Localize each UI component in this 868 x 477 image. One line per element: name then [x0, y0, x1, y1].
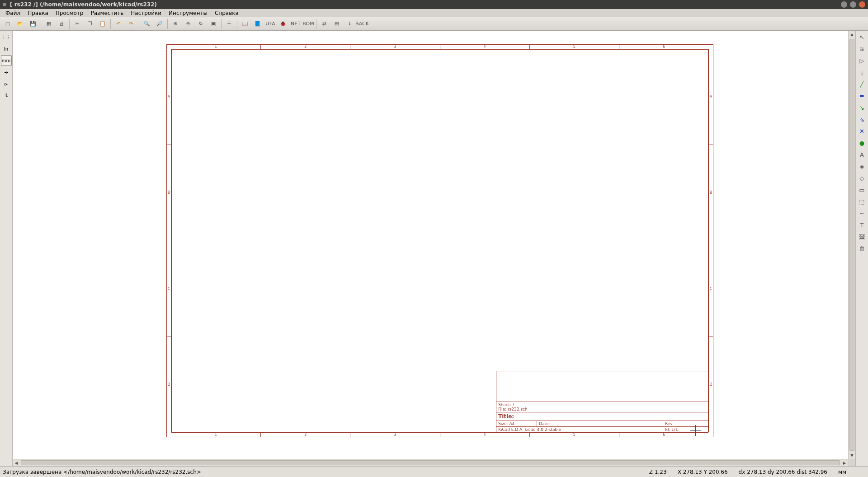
place-hier-sheet-icon[interactable]: ▭: [857, 184, 868, 195]
place-junction-icon[interactable]: ●: [857, 137, 868, 148]
place-component-icon[interactable]: ▷: [857, 55, 868, 66]
status-bar: Загрузка завершена </home/maisvendoo/wor…: [0, 466, 868, 477]
scroll-down-icon[interactable]: ▼: [849, 452, 855, 459]
place-image-icon[interactable]: 🖼: [857, 231, 868, 242]
scrollbar-thumb[interactable]: [21, 460, 840, 465]
import-hier-label-icon[interactable]: ⬚: [857, 196, 868, 207]
tb-size-value: A4: [509, 421, 514, 426]
ruler-mark: D: [167, 337, 171, 432]
window-title: [ rs232 /] (/home/maisvendoo/work/kicad/…: [10, 1, 157, 8]
place-noconnect-icon[interactable]: ✕: [857, 126, 868, 136]
menu-bar: Файл Правка Просмотр Разместить Настройк…: [0, 9, 868, 17]
menu-help[interactable]: Справка: [211, 10, 242, 16]
tb-sheet-value: /: [513, 402, 514, 407]
place-power-icon[interactable]: ⏚: [857, 67, 868, 78]
ruler-mark: A: [167, 49, 171, 145]
ruler-mark: 3: [350, 433, 440, 437]
import-icon[interactable]: ⤓: [344, 18, 355, 30]
place-bus2bus-icon[interactable]: ⇘: [857, 114, 868, 125]
bus-direction-icon[interactable]: ┗: [1, 90, 12, 101]
tb-file-label: File:: [498, 407, 506, 412]
erc-icon[interactable]: 🐞: [277, 18, 289, 30]
menu-place[interactable]: Разместить: [87, 10, 127, 16]
zoom-in-icon[interactable]: ⊕: [170, 18, 181, 30]
canvas-area[interactable]: 1 2 3 4 5 6 1 2 3 4 5 6 A B: [13, 31, 855, 466]
title-block: Sheet: / File: rs232.sch Title: Size: A4: [496, 371, 708, 432]
hierarchy-icon[interactable]: ☰: [223, 18, 235, 30]
library-editor-icon[interactable]: 📘: [252, 18, 264, 30]
zoom-fit-icon[interactable]: ▣: [208, 18, 219, 30]
status-delta: dx 278,13 dy 200,66 dist 342,96: [739, 469, 827, 475]
ruler-right: A B C D: [708, 49, 713, 432]
place-global-label-icon[interactable]: ◈: [857, 161, 868, 172]
ruler-mark: 2: [261, 45, 350, 49]
menu-edit[interactable]: Правка: [24, 10, 52, 16]
zoom-redraw-icon[interactable]: ↻: [195, 18, 207, 30]
ruler-mark: 6: [619, 45, 708, 49]
place-text-icon[interactable]: T: [857, 220, 868, 230]
cvpcb-icon[interactable]: ⇄: [318, 18, 330, 30]
save-icon[interactable]: 💾: [27, 18, 39, 30]
place-wire2bus-icon[interactable]: ↘: [857, 102, 868, 113]
page-setup-icon[interactable]: ▦: [43, 18, 55, 30]
menu-preferences[interactable]: Настройки: [127, 10, 165, 16]
horizontal-scrollbar[interactable]: ◀ ▶: [13, 459, 848, 466]
place-dashed-line-icon[interactable]: ┄: [857, 208, 868, 219]
cursor-shape-icon[interactable]: ✛: [1, 67, 12, 78]
back-icon[interactable]: BACK: [356, 18, 368, 30]
place-wire-icon[interactable]: ╱: [857, 79, 868, 89]
bom-icon[interactable]: BOM: [302, 18, 314, 30]
tb-id-value: 1/1: [671, 427, 678, 432]
find-replace-icon[interactable]: 🔎: [154, 18, 165, 30]
units-mm-icon[interactable]: mm: [1, 55, 12, 66]
annotate-icon[interactable]: U?A: [264, 18, 276, 30]
place-net-label-icon[interactable]: A: [857, 149, 868, 160]
redo-icon[interactable]: ↷: [125, 18, 137, 30]
tb-generator: KiCad E.D.A. kicad 4.0.2-stable: [496, 427, 663, 432]
left-toolbar: ⋮⋮Inmm✛⊳┗: [0, 31, 13, 466]
copy-icon[interactable]: ❐: [84, 18, 96, 30]
tb-size-label: Size:: [498, 421, 508, 426]
scroll-right-icon[interactable]: ▶: [841, 459, 848, 466]
ruler-left: A B C D: [167, 49, 171, 432]
scrollbar-thumb[interactable]: [849, 39, 854, 451]
zoom-out-icon[interactable]: ⊖: [182, 18, 194, 30]
close-button[interactable]: [859, 1, 865, 8]
highlight-net-icon[interactable]: ≋: [857, 43, 868, 54]
ruler-mark: B: [709, 145, 713, 241]
menu-view[interactable]: Просмотр: [52, 10, 87, 16]
tb-file-value: rs232.sch: [508, 407, 528, 412]
scroll-up-icon[interactable]: ▲: [849, 31, 855, 38]
right-toolbar: ↖≋▷⏚╱═↘⇘✕●A◈◇▭⬚┄T🖼🗑: [855, 31, 868, 466]
ruler-mark: 1: [171, 433, 261, 437]
new-icon[interactable]: ▢: [2, 18, 14, 30]
minimize-button[interactable]: [841, 1, 847, 8]
cut-icon[interactable]: ✂: [71, 18, 83, 30]
menu-tools[interactable]: Инструменты: [165, 10, 211, 16]
ruler-top: 1 2 3 4 5 6: [171, 45, 708, 49]
find-icon[interactable]: 🔍: [141, 18, 153, 30]
paste-icon[interactable]: 📋: [97, 18, 108, 30]
grid-toggle-icon[interactable]: ⋮⋮: [1, 32, 12, 42]
pcbnew-icon[interactable]: ▤: [331, 18, 343, 30]
tb-rev-label: Rev:: [665, 421, 674, 426]
vertical-scrollbar[interactable]: ▲ ▼: [848, 31, 855, 459]
hidden-pins-icon[interactable]: ⊳: [1, 79, 12, 89]
netlist-icon[interactable]: NET: [290, 18, 302, 30]
tb-sheet-label: Sheet:: [498, 402, 511, 407]
ruler-bottom: 1 2 3 4 5 6: [171, 432, 708, 437]
maximize-button[interactable]: [850, 1, 856, 8]
undo-icon[interactable]: ↶: [113, 18, 124, 30]
menu-file[interactable]: Файл: [2, 10, 24, 16]
open-icon[interactable]: 📂: [14, 18, 26, 30]
page-frame: 1 2 3 4 5 6 1 2 3 4 5 6 A B: [166, 44, 713, 437]
units-inches-icon[interactable]: In: [1, 43, 12, 54]
delete-icon[interactable]: 🗑: [857, 243, 868, 254]
select-icon[interactable]: ↖: [857, 32, 868, 42]
print-icon[interactable]: 🖨: [56, 18, 67, 30]
place-bus-icon[interactable]: ═: [857, 90, 868, 101]
scroll-left-icon[interactable]: ◀: [13, 459, 20, 466]
ruler-mark: A: [709, 49, 713, 145]
place-hier-label-icon[interactable]: ◇: [857, 173, 868, 183]
library-browser-icon[interactable]: 📖: [239, 18, 251, 30]
